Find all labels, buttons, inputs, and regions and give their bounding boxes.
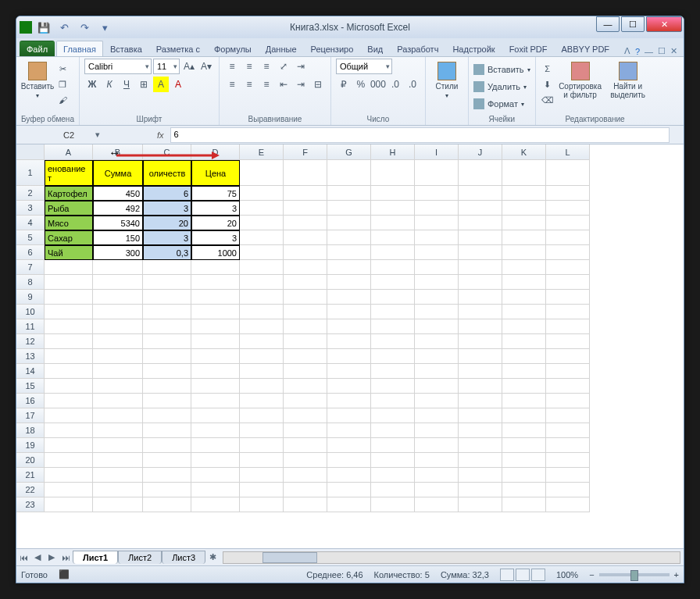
cell-I18[interactable]: [415, 423, 459, 438]
cell-K20[interactable]: [502, 453, 546, 468]
cells-insert-button[interactable]: Вставить▾: [473, 62, 530, 77]
cell-L2[interactable]: [546, 186, 590, 201]
row-header-19[interactable]: 19: [16, 438, 45, 453]
cell-G15[interactable]: [327, 379, 371, 394]
view-layout-icon[interactable]: [516, 569, 530, 581]
cell-D3[interactable]: 3: [191, 201, 240, 216]
grow-font-icon[interactable]: A▴: [181, 59, 197, 74]
cell-I15[interactable]: [415, 379, 459, 394]
fx-icon[interactable]: fx: [151, 130, 170, 140]
cell-K11[interactable]: [502, 319, 546, 334]
cell-F6[interactable]: [284, 245, 327, 260]
cell-D12[interactable]: [191, 334, 240, 349]
cell-I13[interactable]: [415, 349, 459, 364]
name-box-dropdown[interactable]: ▾: [91, 130, 104, 140]
cell-H19[interactable]: [371, 438, 415, 453]
col-header-G[interactable]: G: [327, 144, 371, 160]
decrease-decimal-icon[interactable]: .0: [405, 77, 420, 92]
cell-A1[interactable]: енование т: [45, 160, 93, 186]
cell-I1[interactable]: [415, 160, 459, 186]
cell-C12[interactable]: [143, 334, 191, 349]
cell-E7[interactable]: [240, 260, 284, 275]
minimize-button[interactable]: —: [596, 16, 620, 32]
cell-I2[interactable]: [415, 186, 459, 201]
cell-K21[interactable]: [502, 468, 546, 483]
cell-G9[interactable]: [327, 290, 371, 305]
tab-abbyy[interactable]: ABBYY PDF: [555, 41, 617, 56]
cell-D22[interactable]: [191, 483, 240, 497]
cell-G11[interactable]: [327, 319, 371, 334]
cell-H15[interactable]: [371, 379, 415, 394]
horizontal-scrollbar[interactable]: [223, 551, 680, 564]
cell-C6[interactable]: 0,3: [143, 245, 191, 260]
cell-K16[interactable]: [502, 394, 546, 408]
cell-D23[interactable]: [191, 497, 240, 512]
cell-E2[interactable]: [240, 186, 284, 201]
cell-B20[interactable]: [93, 453, 143, 468]
cell-K18[interactable]: [502, 423, 546, 438]
cell-J14[interactable]: [459, 364, 502, 379]
cell-I3[interactable]: [415, 201, 459, 216]
row-header-13[interactable]: 13: [16, 349, 45, 364]
row-header-11[interactable]: 11: [16, 319, 45, 334]
italic-button[interactable]: К: [102, 77, 117, 92]
cell-C3[interactable]: 3: [143, 201, 191, 216]
cell-D21[interactable]: [191, 468, 240, 483]
cell-C9[interactable]: [143, 290, 191, 305]
cell-H14[interactable]: [371, 364, 415, 379]
cell-A19[interactable]: [45, 438, 93, 453]
percent-icon[interactable]: %: [353, 77, 369, 92]
cell-F10[interactable]: [284, 305, 327, 319]
row-header-9[interactable]: 9: [16, 290, 45, 305]
cell-G10[interactable]: [327, 305, 371, 319]
cell-J18[interactable]: [459, 423, 502, 438]
cell-D18[interactable]: [191, 423, 240, 438]
cell-C16[interactable]: [143, 394, 191, 408]
cell-F14[interactable]: [284, 364, 327, 379]
cell-E9[interactable]: [240, 290, 284, 305]
cell-E18[interactable]: [240, 423, 284, 438]
font-size-combo[interactable]: 11: [153, 59, 180, 74]
cells-format-button[interactable]: Формат▾: [473, 96, 524, 112]
cell-I14[interactable]: [415, 364, 459, 379]
cell-L23[interactable]: [546, 497, 590, 512]
cell-E3[interactable]: [240, 201, 284, 216]
cell-H18[interactable]: [371, 423, 415, 438]
sheet-nav-next-icon[interactable]: ▶: [45, 551, 59, 565]
cell-G3[interactable]: [327, 201, 371, 216]
cell-B15[interactable]: [93, 379, 143, 394]
cell-I22[interactable]: [415, 483, 459, 497]
cell-L22[interactable]: [546, 483, 590, 497]
bold-button[interactable]: Ж: [84, 77, 100, 92]
cell-K2[interactable]: [502, 186, 546, 201]
cell-B1[interactable]: Сумма: [93, 160, 143, 186]
cell-J3[interactable]: [459, 201, 502, 216]
cell-L15[interactable]: [546, 379, 590, 394]
orientation-icon[interactable]: ⤢: [276, 59, 291, 74]
undo-icon[interactable]: ↶: [55, 19, 73, 36]
cell-F22[interactable]: [284, 483, 327, 497]
cell-D14[interactable]: [191, 364, 240, 379]
cell-A6[interactable]: Чай: [45, 245, 93, 260]
cell-G8[interactable]: [327, 275, 371, 290]
cell-K3[interactable]: [502, 201, 546, 216]
cell-J16[interactable]: [459, 394, 502, 408]
row-header-16[interactable]: 16: [16, 394, 45, 408]
cell-E1[interactable]: [240, 160, 284, 186]
font-color-icon[interactable]: A: [170, 77, 186, 92]
cell-I12[interactable]: [415, 334, 459, 349]
cell-E6[interactable]: [240, 245, 284, 260]
sort-filter-button[interactable]: Сортировка и фильтр: [556, 59, 605, 99]
paste-button[interactable]: Вставить ▾: [21, 59, 54, 99]
cell-H1[interactable]: [371, 160, 415, 186]
cell-F16[interactable]: [284, 394, 327, 408]
cell-H13[interactable]: [371, 349, 415, 364]
tab-review[interactable]: Рецензиро: [304, 41, 361, 56]
cell-K5[interactable]: [502, 230, 546, 245]
cell-J1[interactable]: [459, 160, 502, 186]
cell-I5[interactable]: [415, 230, 459, 245]
font-name-combo[interactable]: Calibri: [84, 59, 152, 74]
cell-H6[interactable]: [371, 245, 415, 260]
cell-A5[interactable]: Сахар: [45, 230, 93, 245]
tab-insert[interactable]: Вставка: [103, 41, 149, 56]
